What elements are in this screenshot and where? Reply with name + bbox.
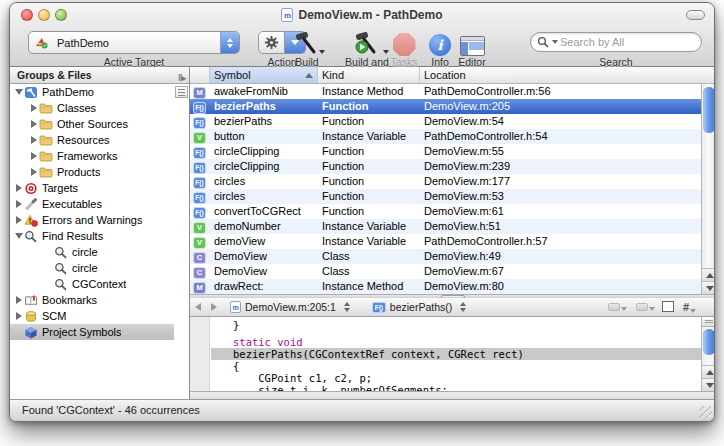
symbol-kind-badge: V: [193, 222, 206, 234]
table-scrollbar[interactable]: [701, 84, 715, 294]
sidebar-item-frameworks[interactable]: Frameworks: [10, 148, 174, 164]
sidebar-item-project-symbols[interactable]: Project Symbols: [10, 324, 174, 340]
table-row[interactable]: VbuttonInstance VariablePathDemoControll…: [190, 129, 701, 144]
disclosure-triangle[interactable]: [29, 136, 39, 144]
splitter-icon[interactable]: ‖▸: [178, 70, 185, 86]
kind-cell: Function: [318, 189, 420, 204]
sidebar-item-bookmarks[interactable]: Bookmarks: [10, 292, 174, 308]
content-area: Groups & Files ‖▸ PathDemoClassesOther S…: [10, 67, 714, 401]
folder-icon: [39, 102, 53, 115]
table-row[interactable]: F()circlesFunctionDemoView.m:53: [190, 189, 701, 204]
symbol-popup[interactable]: F() bezierPaths(): [372, 301, 466, 313]
resize-grip[interactable]: [699, 406, 712, 419]
disclosure-triangle[interactable]: [14, 296, 24, 304]
disclosure-triangle[interactable]: [14, 216, 24, 224]
sidebar-item-classes[interactable]: Classes: [10, 100, 174, 116]
line-number-menu-icon[interactable]: #: [683, 301, 696, 313]
table-row[interactable]: MawakeFromNibInstance MethodPathDemoCont…: [190, 84, 701, 99]
disclosure-triangle[interactable]: [14, 233, 24, 239]
disclosure-triangle[interactable]: [29, 120, 39, 128]
sidebar-item-circle[interactable]: circle: [10, 260, 174, 276]
table-row[interactable]: CDemoViewClassDemoView.m:67: [190, 264, 701, 279]
table-row[interactable]: F()convertToCGRectFunctionDemoView.m:61: [190, 204, 701, 219]
build-button[interactable]: [285, 28, 329, 56]
build-dropdown-arrow: [319, 50, 325, 54]
table-row[interactable]: F()circleClippingFunctionDemoView.m:239: [190, 159, 701, 174]
hammer-go-icon: [353, 30, 381, 56]
table-row[interactable]: F()bezierPathsFunctionDemoView.m:54: [190, 114, 701, 129]
active-target-popup[interactable]: PathDemo: [28, 31, 240, 54]
popup-stepper[interactable]: [220, 32, 239, 53]
file-history-popup[interactable]: m DemoView.m:205:1: [230, 301, 350, 313]
disclosure-triangle[interactable]: [14, 184, 24, 192]
sidebar-item-resources[interactable]: Resources: [10, 132, 174, 148]
kind-cell: Function: [318, 174, 420, 189]
table-row[interactable]: F()circlesFunctionDemoView.m:177: [190, 174, 701, 189]
disclosure-triangle[interactable]: [29, 152, 39, 160]
sidebar-item-label: SCM: [42, 310, 66, 322]
gear-icon[interactable]: [258, 31, 285, 54]
sidebar-header-title: Groups & Files: [17, 69, 92, 81]
sidebar-scroll-menu-icon[interactable]: [175, 86, 188, 98]
column-header-location[interactable]: Location: [420, 67, 715, 83]
location-cell: DemoView.m:67: [420, 264, 701, 279]
table-row[interactable]: F()bezierPathsFunctionDemoView.m:205: [190, 99, 701, 114]
code-scrollbar-thumb[interactable]: [703, 329, 715, 355]
column-header-kind[interactable]: Kind: [318, 67, 420, 83]
search-field[interactable]: [530, 32, 702, 52]
table-header: Symbol Kind Location: [190, 67, 715, 84]
sidebar-item-cgcontext[interactable]: CGContext: [10, 276, 174, 292]
search-input[interactable]: [560, 36, 702, 48]
sidebar-item-find-results[interactable]: Find Results: [10, 228, 174, 244]
table-row[interactable]: CDemoViewClassDemoView.h:49: [190, 249, 701, 264]
scm-icon: [24, 310, 38, 323]
counterpart-icon[interactable]: [664, 303, 674, 312]
sidebar-item-pathdemo[interactable]: PathDemo: [10, 84, 174, 100]
table-row[interactable]: F()circleClippingFunctionDemoView.m:55: [190, 144, 701, 159]
breakpoints-menu-icon[interactable]: [636, 303, 655, 311]
editor-button[interactable]: [450, 28, 494, 56]
disclosure-triangle[interactable]: [29, 104, 39, 112]
nav-forward-button[interactable]: [211, 303, 217, 311]
sidebar-item-circle[interactable]: circle: [10, 244, 174, 260]
symbol-kind-badge: F(): [193, 192, 206, 204]
table-row[interactable]: MdrawRect:Instance MethodDemoView.m:80: [190, 279, 701, 294]
kind-cell: Function: [318, 159, 420, 174]
code-editor[interactable]: }static voidbezierPaths(CGContextRef con…: [190, 317, 715, 391]
editor-split-widget[interactable]: [701, 317, 715, 327]
kind-cell: Instance Method: [318, 279, 420, 294]
location-cell: DemoView.h:51: [420, 219, 701, 234]
title-bar[interactable]: m DemoView.m - PathDemo: [10, 3, 714, 27]
disclosure-triangle[interactable]: [29, 168, 39, 176]
code-scroll-down-button[interactable]: [702, 378, 715, 391]
table-row[interactable]: VdemoViewInstance VariablePathDemoContro…: [190, 234, 701, 249]
table-scrollbar-thumb[interactable]: [703, 87, 715, 133]
target-icon: [24, 182, 38, 195]
table-scroll-down-button[interactable]: [702, 281, 715, 294]
code-scroll-up-button[interactable]: [702, 365, 715, 378]
sidebar-item-other-sources[interactable]: Other Sources: [10, 116, 174, 132]
disclosure-triangle[interactable]: [14, 200, 24, 208]
toolbar-toggle-pill[interactable]: [686, 10, 705, 20]
symbol-cell: circles: [210, 189, 318, 204]
sidebar-item-targets[interactable]: Targets: [10, 180, 174, 196]
table-row[interactable]: VdemoNumberInstance VariableDemoView.h:5…: [190, 219, 701, 234]
search-icon[interactable]: [537, 36, 550, 49]
code-scrollbar[interactable]: [701, 327, 715, 391]
sidebar-item-scm[interactable]: SCM: [10, 308, 174, 324]
column-header-icon[interactable]: [190, 67, 210, 83]
table-scroll-up-button[interactable]: [702, 268, 715, 281]
sidebar-item-executables[interactable]: Executables: [10, 196, 174, 212]
sidebar-item-products[interactable]: Products: [10, 164, 174, 180]
sidebar-item-errors-and-warnings[interactable]: Errors and Warnings: [10, 212, 174, 228]
column-header-symbol[interactable]: Symbol: [210, 67, 318, 83]
sidebar-header[interactable]: Groups & Files ‖▸: [10, 67, 189, 84]
nav-back-button[interactable]: [195, 303, 201, 311]
symbol-popup-value: bezierPaths(): [390, 301, 452, 313]
disclosure-triangle[interactable]: [14, 89, 24, 95]
symbol-kind-badge: F(): [193, 207, 206, 219]
bookmarks-menu-icon[interactable]: [608, 303, 627, 311]
location-cell: PathDemoController.h:57: [420, 234, 701, 249]
disclosure-triangle[interactable]: [14, 312, 24, 320]
search-scope-arrow[interactable]: [552, 40, 558, 44]
